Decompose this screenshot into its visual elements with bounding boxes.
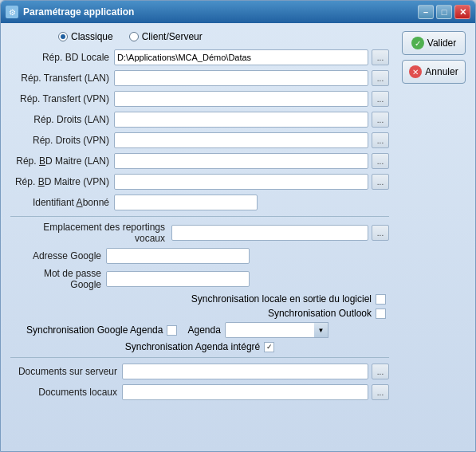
action-buttons: ✓ Valider ✕ Annuler (402, 31, 466, 84)
documents-locaux-label: Documents locaux (10, 387, 122, 398)
minimize-button[interactable]: – (418, 5, 434, 19)
rep-droits-lan-browse[interactable]: ... (372, 112, 389, 128)
rep-bd-locale-input[interactable] (114, 49, 368, 65)
rep-droits-vpn-row: Rép. Droits (VPN) ... (10, 132, 389, 149)
identifiant-abonne-label: Identifiant Abonné (10, 197, 114, 208)
mode-radio-group: Classique Client/Serveur (10, 31, 466, 42)
synchro-locale-label: Synchronisation locale en sortie du logi… (191, 293, 372, 305)
rep-transfert-vpn-browse[interactable]: ... (372, 91, 389, 107)
documents-serveur-input[interactable] (122, 364, 368, 379)
radio-classique-circle (58, 32, 68, 41)
rep-bd-maitre-lan-browse[interactable]: ... (372, 153, 389, 169)
annuler-button[interactable]: ✕ Annuler (402, 60, 466, 84)
rep-transfert-vpn-label: Rép. Transfert (VPN) (10, 93, 114, 104)
rep-bd-maitre-lan-label: Rép. BD Maitre (LAN) (10, 155, 114, 167)
valider-button[interactable]: ✓ Valider (402, 31, 466, 55)
identifiant-abonne-row: Identifiant Abonné (10, 194, 389, 211)
rep-bd-maitre-vpn-browse[interactable]: ... (372, 174, 389, 190)
agenda-select-wrapper: ▼ (225, 322, 328, 338)
synchro-google-label: Synchronisation Google Agenda (26, 324, 163, 336)
application-window: ⚙ Paramétrage application – □ ✕ ✓ Valide… (0, 0, 476, 452)
rep-droits-vpn-label: Rép. Droits (VPN) (10, 135, 114, 146)
rep-bd-maitre-lan-input[interactable] (114, 153, 368, 169)
radio-client-serveur[interactable]: Client/Serveur (129, 31, 203, 42)
rep-droits-lan-row: Rép. Droits (LAN) ... (10, 111, 389, 128)
agenda-label: Agenda (187, 324, 220, 336)
documents-locaux-input[interactable] (122, 384, 368, 400)
documents-locaux-row: Documents locaux ... (10, 383, 389, 401)
mot-de-passe-google-label: Mot de passe Google (10, 268, 106, 290)
documents-locaux-browse[interactable]: ... (372, 384, 389, 400)
adresse-google-input[interactable] (106, 248, 250, 264)
rep-droits-vpn-browse[interactable]: ... (372, 132, 389, 148)
documents-serveur-browse[interactable]: ... (372, 364, 389, 379)
adresse-google-row: Adresse Google (10, 247, 389, 265)
rep-transfert-vpn-input[interactable] (114, 91, 368, 107)
radio-classique[interactable]: Classique (58, 31, 113, 42)
rep-bd-locale-browse[interactable]: ... (372, 49, 389, 65)
emplacement-reportings-input[interactable] (171, 225, 368, 241)
window-controls: – □ ✕ (418, 5, 470, 19)
synchro-agenda-integre-checkbox[interactable] (264, 342, 274, 352)
synchro-google-checkbox[interactable] (167, 325, 177, 336)
rep-transfert-lan-label: Rép. Transfert (LAN) (10, 73, 114, 84)
mot-de-passe-google-input[interactable] (106, 271, 250, 287)
rep-transfert-lan-row: Rép. Transfert (LAN) ... (10, 69, 389, 87)
maximize-button[interactable]: □ (436, 5, 452, 19)
close-button[interactable]: ✕ (454, 5, 470, 19)
rep-droits-lan-label: Rép. Droits (LAN) (10, 114, 114, 125)
documents-serveur-row: Documents sur serveur ... (10, 363, 389, 380)
radio-client-serveur-circle (129, 32, 139, 41)
ok-icon: ✓ (411, 37, 424, 49)
content-area: ✓ Valider ✕ Annuler Classique Client/Ser… (1, 23, 475, 414)
rep-bd-maitre-lan-row: Rép. BD Maitre (LAN) ... (10, 152, 389, 170)
title-bar: ⚙ Paramétrage application – □ ✕ (1, 1, 475, 23)
rep-transfert-lan-browse[interactable]: ... (372, 70, 389, 86)
window-title: Paramétrage application (23, 6, 413, 18)
window-icon: ⚙ (6, 6, 18, 18)
mot-de-passe-google-row: Mot de passe Google (10, 268, 389, 290)
rep-droits-lan-input[interactable] (114, 112, 368, 128)
rep-bd-locale-label: Rép. BD Locale (10, 52, 114, 63)
synchro-outlook-checkbox[interactable] (376, 309, 386, 319)
rep-bd-maitre-vpn-label: Rép. BD Maitre (VPN) (10, 176, 114, 187)
emplacement-reportings-browse[interactable]: ... (372, 225, 389, 241)
synchro-outlook-label: Synchronisation Outlook (268, 308, 372, 319)
rep-droits-vpn-input[interactable] (114, 132, 368, 148)
emplacement-reportings-label: Emplacement des reportings vocaux (10, 222, 170, 244)
emplacement-reportings-row: Emplacement des reportings vocaux ... (10, 222, 389, 244)
agenda-select[interactable] (225, 322, 328, 338)
documents-serveur-label: Documents sur serveur (10, 366, 122, 377)
rep-transfert-vpn-row: Rép. Transfert (VPN) ... (10, 90, 389, 108)
cancel-icon: ✕ (409, 65, 422, 78)
rep-bd-locale-row: Rép. BD Locale ... (10, 49, 389, 66)
adresse-google-label: Adresse Google (10, 250, 106, 261)
synchro-locale-checkbox[interactable] (376, 294, 386, 305)
synchro-agenda-integre-label: Synchronisation Agenda intégré (125, 341, 260, 352)
rep-bd-maitre-vpn-row: Rép. BD Maitre (VPN) ... (10, 173, 389, 191)
rep-bd-maitre-vpn-input[interactable] (114, 174, 368, 190)
rep-transfert-lan-input[interactable] (114, 70, 368, 86)
identifiant-abonne-input[interactable] (114, 195, 258, 210)
